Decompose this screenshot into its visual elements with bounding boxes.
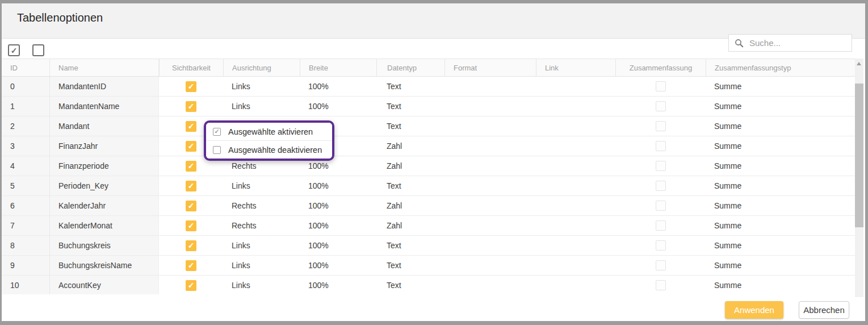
cell-ausrichtung: Links (223, 176, 300, 195)
cell-id: 9 (2, 256, 49, 275)
cell-zusammenfassungstyp: Summe (706, 256, 855, 275)
cell-ausrichtung: Links (223, 77, 300, 96)
visibility-checkbox[interactable]: ✓ (186, 240, 196, 251)
scroll-up-arrow-icon[interactable] (857, 62, 861, 65)
table-options-dialog: Tabellenoptionen ✓ IDNameSichtbarkeitAus… (0, 0, 868, 325)
cell-datentyp: Text (376, 256, 445, 275)
summary-checkbox[interactable] (656, 121, 666, 131)
cell-name: Perioden_Key (49, 176, 159, 195)
cell-id: 0 (2, 77, 49, 96)
summary-checkbox[interactable] (656, 280, 666, 290)
column-header-id: ID (2, 59, 49, 76)
cell-zusammenfassungstyp: Summe (706, 77, 855, 96)
cell-zusammenfassungstyp: Summe (706, 97, 855, 116)
cell-zusammenfassung (615, 77, 706, 96)
cell-format (445, 276, 536, 294)
visibility-checkbox[interactable]: ✓ (186, 220, 196, 231)
cell-breite: 100% (300, 216, 376, 235)
cell-breite: 100% (300, 176, 376, 195)
cell-zusammenfassungstyp: Summe (706, 156, 855, 176)
summary-checkbox[interactable] (656, 220, 666, 231)
cell-breite: 100% (300, 196, 376, 215)
visibility-checkbox[interactable]: ✓ (186, 141, 196, 152)
summary-checkbox[interactable] (656, 240, 666, 251)
title-bar: Tabellenoptionen (2, 3, 865, 39)
cell-zusammenfassungstyp: Summe (706, 136, 855, 156)
table-body: 0MandantenID✓Links100%TextSumme1Mandante… (2, 77, 855, 294)
apply-button[interactable]: Anwenden (725, 301, 783, 319)
cell-id: 3 (2, 136, 49, 156)
cell-link (536, 97, 615, 116)
cell-datentyp: Text (376, 116, 445, 136)
cell-zusammenfassung (615, 216, 706, 235)
cell-format (445, 77, 536, 96)
cell-id: 5 (2, 176, 49, 195)
cell-name: KalenderMonat (49, 216, 159, 235)
visibility-checkbox[interactable]: ✓ (186, 81, 196, 92)
cell-id: 2 (2, 116, 49, 136)
cell-sichtbarkeit: ✓ (159, 176, 223, 195)
cell-id: 6 (2, 196, 49, 215)
cell-format (445, 97, 536, 116)
summary-checkbox[interactable] (656, 81, 666, 91)
check-all-button[interactable]: ✓ (8, 44, 20, 56)
cell-sichtbarkeit: ✓ (159, 256, 223, 275)
cell-format (445, 196, 536, 215)
search-box (728, 34, 852, 52)
visibility-checkbox[interactable]: ✓ (186, 201, 196, 211)
visibility-checkbox[interactable]: ✓ (186, 161, 196, 172)
cell-datentyp: Text (376, 176, 445, 195)
cell-zusammenfassung (615, 256, 706, 275)
table-row: 5Perioden_Key✓Links100%TextSumme (2, 176, 855, 196)
cell-datentyp: Zahl (376, 196, 445, 215)
cell-ausrichtung: Links (223, 276, 300, 294)
cell-id: 4 (2, 156, 49, 176)
cancel-button[interactable]: Abbrechen (799, 301, 849, 319)
cell-link (536, 176, 615, 195)
visibility-checkbox[interactable]: ✓ (186, 181, 196, 191)
menu-item-deactivate-selected[interactable]: Ausgewählte deaktivieren (206, 140, 332, 159)
column-header-sichtbarkeit: Sichtbarkeit (159, 59, 223, 76)
search-input[interactable] (748, 38, 846, 48)
table-header-row: IDNameSichtbarkeitAusrichtungBreiteDaten… (2, 59, 855, 77)
table-row: 9BuchungskreisName✓Links100%TextSumme (2, 256, 855, 276)
summary-checkbox[interactable] (656, 101, 666, 111)
cell-format (445, 256, 536, 275)
cell-zusammenfassung (615, 196, 706, 215)
column-header-datentyp: Datentyp (376, 59, 445, 76)
menu-item-activate-selected[interactable]: ✓ Ausgewählte aktivieren (206, 123, 332, 140)
cell-link (536, 236, 615, 255)
table-row: 7KalenderMonat✓Rechts100%ZahlSumme (2, 216, 855, 236)
cell-format (445, 236, 536, 255)
summary-checkbox[interactable] (656, 141, 666, 151)
cell-breite: 100% (300, 97, 376, 116)
visibility-checkbox[interactable]: ✓ (186, 121, 196, 132)
cell-format (445, 216, 536, 235)
cell-zusammenfassungstyp: Summe (706, 176, 855, 195)
visibility-checkbox[interactable]: ✓ (186, 101, 196, 112)
cell-zusammenfassung (615, 156, 706, 176)
summary-checkbox[interactable] (656, 260, 666, 270)
cell-datentyp: Zahl (376, 216, 445, 235)
cell-datentyp: Text (376, 77, 445, 96)
summary-checkbox[interactable] (656, 181, 666, 191)
cell-link (536, 136, 615, 156)
cell-ausrichtung: Links (223, 256, 300, 275)
cell-sichtbarkeit: ✓ (159, 276, 223, 294)
table-row: 4Finanzperiode✓Rechts100%ZahlSumme (2, 156, 855, 176)
uncheck-all-button[interactable] (32, 44, 44, 56)
summary-checkbox[interactable] (656, 161, 666, 171)
cell-breite: 100% (300, 77, 376, 96)
cell-id: 10 (2, 276, 49, 294)
summary-checkbox[interactable] (656, 201, 666, 211)
vertical-scrollbar[interactable] (855, 59, 863, 297)
cell-zusammenfassungstyp: Summe (706, 116, 855, 136)
table-row: 6KalenderJahr✓Rechts100%ZahlSumme (2, 196, 855, 216)
table-row: 0MandantenID✓Links100%TextSumme (2, 77, 855, 97)
empty-checkbox-icon (213, 146, 221, 154)
visibility-checkbox[interactable]: ✓ (186, 280, 196, 291)
column-header-name: Name (49, 59, 159, 76)
visibility-checkbox[interactable]: ✓ (186, 260, 196, 271)
cell-name: FinanzJahr (49, 136, 159, 156)
scrollbar-thumb[interactable] (855, 84, 863, 227)
